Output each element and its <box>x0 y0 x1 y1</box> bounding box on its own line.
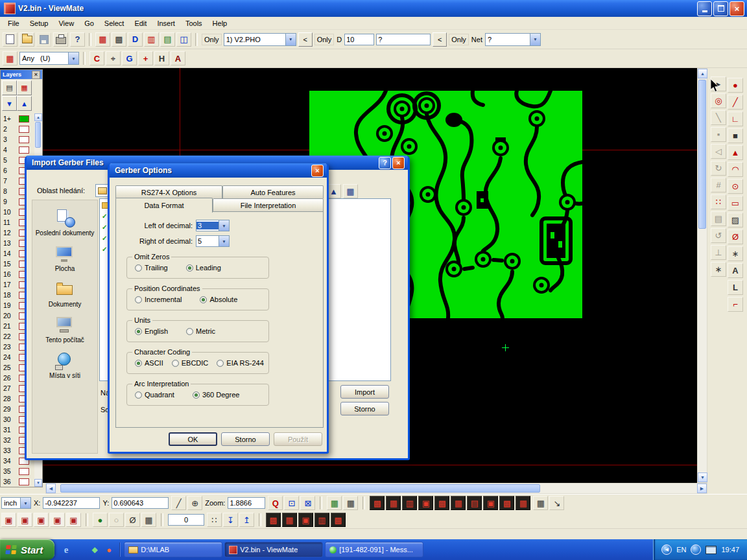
internet-explorer-icon[interactable]: e <box>60 544 72 555</box>
net-select-combo[interactable]: ? ▼ <box>485 33 541 46</box>
film-slot-icon[interactable]: ▦ <box>386 496 401 510</box>
draw-slot-icon[interactable]: Ø <box>728 229 743 244</box>
views-icon[interactable]: ▦ <box>343 184 358 198</box>
select-filter-combo[interactable]: Any (U) ▼ <box>19 52 79 65</box>
draw-hatch-icon[interactable]: ▨ <box>728 213 743 228</box>
tab[interactable]: Data Format <box>115 198 213 213</box>
x-coordinate-field[interactable] <box>43 497 100 509</box>
negative-view-icon[interactable]: ▩ <box>112 32 126 47</box>
tab[interactable]: Auto Features <box>222 185 324 198</box>
layer-swatch[interactable] <box>19 478 29 485</box>
place-item[interactable]: Místa v síti <box>49 351 80 379</box>
scroll-thumb[interactable] <box>698 80 706 229</box>
grid-toggle-icon[interactable]: ▦ <box>533 496 548 510</box>
film-slot-icon[interactable]: ▦ <box>451 496 466 510</box>
close-button[interactable]: × <box>311 165 324 177</box>
pattern-icon[interactable]: ▩ <box>266 513 281 527</box>
layer-swatch[interactable] <box>19 126 29 133</box>
tool-rotate-icon[interactable]: ↻ <box>711 161 726 176</box>
draw-pad-icon[interactable]: ● <box>728 78 743 93</box>
select-point-icon[interactable]: + <box>138 51 153 65</box>
scroll-right-icon[interactable]: ▶ <box>697 484 707 493</box>
radio-option[interactable]: Leading <box>186 264 221 272</box>
open-file-icon[interactable] <box>19 32 34 47</box>
dcode-view-icon[interactable]: D <box>128 32 143 47</box>
zoom-all-icon[interactable]: ⊠ <box>300 496 315 510</box>
scroll-track[interactable] <box>56 484 697 493</box>
new-file-icon[interactable] <box>3 32 18 47</box>
draw-polygon-icon[interactable]: ▲ <box>728 145 743 160</box>
pan-icon[interactable]: ↘ <box>549 496 564 510</box>
y-coordinate-field[interactable] <box>112 497 169 509</box>
film-slot-icon[interactable]: ▩ <box>370 496 385 510</box>
chevron-down-icon[interactable]: ▼ <box>219 220 229 231</box>
messenger-icon[interactable]: ◆ <box>89 544 101 555</box>
start-button[interactable]: Start <box>0 539 54 560</box>
draw-line-icon[interactable]: ╱ <box>728 95 743 110</box>
chevron-down-icon[interactable]: ▼ <box>285 34 296 45</box>
layer-swatch[interactable] <box>19 468 29 475</box>
scroll-thumb[interactable] <box>60 484 540 493</box>
tool-undo-icon[interactable]: ↺ <box>711 228 726 243</box>
only-dcode-toggle[interactable]: Only <box>314 34 335 45</box>
dcode-filter-input[interactable] <box>376 34 431 45</box>
film-slot-icon[interactable]: ▦ <box>516 496 530 510</box>
tool-gear-icon[interactable]: ∗ <box>711 262 726 277</box>
tab[interactable]: RS274-X Options <box>115 185 222 198</box>
draw-filled-icon[interactable]: ■ <box>728 128 743 143</box>
layer-up-icon[interactable]: ▲ <box>17 96 32 111</box>
radio-option[interactable]: EIA RS-244 <box>217 359 263 367</box>
select-clear-icon[interactable]: C <box>89 51 104 65</box>
scroll-up-icon[interactable]: ▲ <box>698 69 707 78</box>
close-button[interactable]: × <box>392 157 405 169</box>
vertical-scrollbar[interactable]: ▲ ▼ <box>697 68 707 483</box>
tray-app-icon[interactable] <box>691 544 701 555</box>
circle-off-icon[interactable]: ○ <box>109 513 124 527</box>
layer-down-icon[interactable]: ▼ <box>2 96 17 111</box>
layer-select-combo[interactable]: 1) V2.PHO ▼ <box>224 33 296 46</box>
taskbar-button-viewmate[interactable]: V2.bin - ViewMate <box>224 542 323 557</box>
macro-view-icon[interactable]: ▥ <box>144 32 159 47</box>
apply-button[interactable]: Použít <box>274 432 322 446</box>
film-icon[interactable]: ▣ <box>18 513 32 527</box>
menu-item[interactable]: Setup <box>25 18 54 29</box>
film-grid-icon[interactable]: ▦ <box>3 51 18 65</box>
layer-swatch[interactable] <box>19 115 29 122</box>
tool-probe-icon[interactable]: ⊥ <box>711 245 726 260</box>
window-titlebar[interactable]: V2.bin - ViewMate × <box>0 0 747 17</box>
film-slot-icon[interactable]: ▥ <box>402 496 417 510</box>
keyboard-tray-icon[interactable] <box>706 546 717 554</box>
taskbar-button-messenger[interactable]: [191-482-091] - Mess... <box>325 542 423 557</box>
draw-arc-icon[interactable]: ◠ <box>728 162 743 177</box>
scroll-down-icon[interactable]: ▼ <box>34 479 42 487</box>
only-net-toggle[interactable]: Only <box>449 34 469 45</box>
radio-option[interactable]: Metric <box>186 327 215 335</box>
place-item[interactable]: Plocha <box>54 244 76 272</box>
close-button[interactable]: × <box>729 1 744 16</box>
horizontal-scrollbar[interactable]: ◀ ▶ <box>45 483 707 494</box>
select-highlight-icon[interactable]: H <box>154 51 169 65</box>
print-icon[interactable] <box>53 32 68 47</box>
board-view-icon[interactable]: ▤ <box>160 32 175 47</box>
dcode-count-field[interactable] <box>168 514 204 526</box>
radio-option[interactable]: Trailing <box>135 264 168 272</box>
units-combo[interactable]: inch ▼ <box>1 497 31 509</box>
tool-padstack-icon[interactable]: ◎ <box>711 93 726 108</box>
tab[interactable]: File Interpretation <box>213 198 324 212</box>
prev-dcode-button[interactable]: < <box>433 32 447 47</box>
minimize-button[interactable] <box>697 1 712 16</box>
only-layer-toggle[interactable]: Only <box>202 34 222 45</box>
draw-text-icon[interactable]: A <box>728 263 743 278</box>
film-slot-icon[interactable]: ▣ <box>483 496 498 510</box>
place-item[interactable]: Tento počítač <box>45 315 84 344</box>
chevron-down-icon[interactable]: ▼ <box>20 498 30 508</box>
layers-palette-titlebar[interactable]: Layers × <box>1 70 42 79</box>
menu-item[interactable]: Help <box>208 18 233 29</box>
chevron-down-icon[interactable]: ▼ <box>530 34 540 45</box>
restore-button[interactable] <box>713 1 728 16</box>
film-slot-icon[interactable]: ▤ <box>467 496 482 510</box>
radio-option[interactable]: ASCII <box>135 359 163 367</box>
radio-option[interactable]: 360 Degree <box>193 391 240 399</box>
scroll-track[interactable] <box>698 78 707 472</box>
right-of-decimal-combo[interactable]: 5 ▼ <box>196 235 230 247</box>
